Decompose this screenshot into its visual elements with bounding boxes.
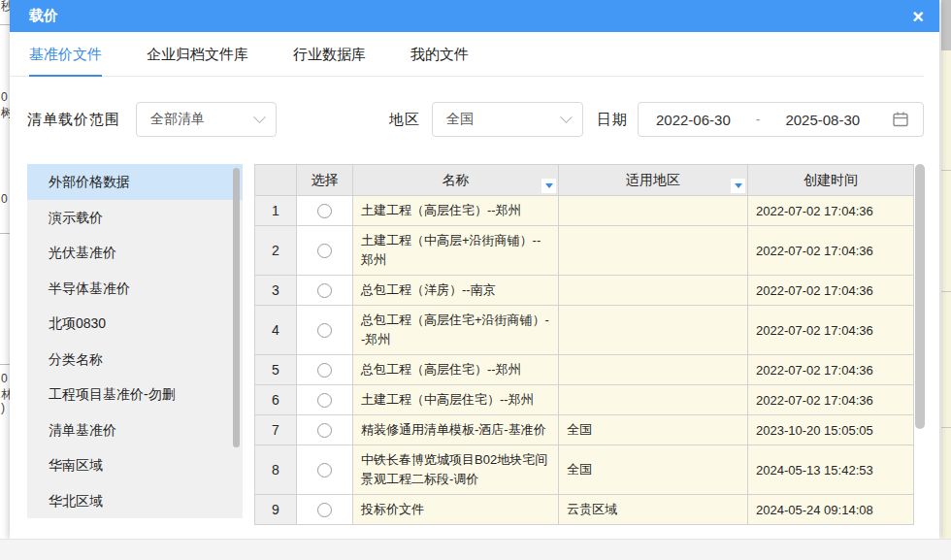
row-name: 土建工程（高层住宅）--郑州 bbox=[353, 196, 559, 226]
column-header-name: 名称 bbox=[353, 165, 559, 196]
table-row[interactable]: 5总包工程（高层住宅）--郑州2022-07-02 17:04:36 bbox=[255, 355, 914, 385]
background-sheet-strip bbox=[941, 50, 951, 541]
tab-industry-database[interactable]: 行业数据库 bbox=[293, 46, 366, 77]
background-text-fragment: 秒 bbox=[1, 0, 10, 15]
date-start-value[interactable]: 2022-06-30 bbox=[656, 112, 731, 128]
sidebar-item[interactable]: 光伏基准价 bbox=[27, 235, 243, 271]
date-range-picker[interactable]: 2022-06-30 - 2025-08-30 bbox=[638, 102, 924, 137]
category-list: 外部价格数据演示载价光伏基准价半导体基准价北项0830分类名称工程项目基准价-勿… bbox=[27, 164, 243, 518]
date-label: 日期 bbox=[597, 111, 628, 129]
row-region: 全国 bbox=[559, 445, 748, 495]
row-region: 云贵区域 bbox=[559, 495, 748, 525]
table-row[interactable]: 6土建工程（中高层住宅）--郑州2022-07-02 17:04:36 bbox=[255, 385, 914, 415]
scope-select-value: 全部清单 bbox=[150, 111, 205, 128]
row-created-time: 2022-07-02 17:04:36 bbox=[748, 196, 914, 226]
row-select-cell bbox=[297, 276, 353, 306]
region-label: 地区 bbox=[389, 111, 420, 129]
row-region bbox=[559, 385, 748, 415]
sidebar-item[interactable]: 北项0830 bbox=[27, 306, 243, 342]
row-select-cell bbox=[297, 415, 353, 445]
chevron-down-icon bbox=[560, 111, 573, 123]
background-gridline bbox=[941, 427, 951, 428]
row-region bbox=[559, 355, 748, 385]
sidebar-scrollbar-thumb[interactable] bbox=[233, 168, 240, 447]
row-select-cell bbox=[297, 495, 353, 525]
table-row[interactable]: 2土建工程（中高层+沿街商铺）--郑州2022-07-02 17:04:36 bbox=[255, 226, 914, 276]
sidebar-item[interactable]: 半导体基准价 bbox=[27, 271, 243, 307]
close-icon[interactable]: × bbox=[912, 7, 924, 26]
row-select-cell bbox=[297, 306, 353, 355]
table-row[interactable]: 4总包工程（高层住宅+沿街商铺）--郑州2022-07-02 17:04:36 bbox=[255, 306, 914, 355]
table-scrollbar-thumb[interactable] bbox=[915, 164, 925, 429]
tab-my-files[interactable]: 我的文件 bbox=[410, 46, 469, 77]
column-header-select: 选择 bbox=[297, 165, 353, 196]
row-index: 7 bbox=[255, 415, 297, 445]
background-gridline bbox=[941, 291, 951, 292]
background-text-fragment: 0 bbox=[1, 192, 8, 206]
table-row[interactable]: 1土建工程（高层住宅）--郑州2022-07-02 17:04:36 bbox=[255, 196, 914, 226]
tab-base-price-files[interactable]: 基准价文件 bbox=[29, 46, 102, 77]
filter-icon[interactable] bbox=[541, 179, 556, 193]
tab-enterprise-archive[interactable]: 企业归档文件库 bbox=[147, 46, 248, 77]
radio-button[interactable] bbox=[317, 393, 332, 408]
radio-button[interactable] bbox=[317, 244, 332, 258]
date-end-value[interactable]: 2025-08-30 bbox=[785, 112, 860, 128]
chevron-down-icon bbox=[253, 111, 266, 123]
row-select-cell bbox=[297, 196, 353, 226]
scope-label: 清单载价范围 bbox=[27, 111, 120, 129]
price-table-body: 1土建工程（高层住宅）--郑州2022-07-02 17:04:362土建工程（… bbox=[255, 196, 914, 525]
background-text-fragment: 树 bbox=[1, 105, 10, 121]
radio-button[interactable] bbox=[317, 423, 332, 438]
sidebar-item[interactable]: 华南区域 bbox=[27, 447, 243, 483]
sidebar-item[interactable]: 演示载价 bbox=[27, 200, 243, 236]
row-name: 土建工程（中高层+沿街商铺）--郑州 bbox=[353, 226, 559, 276]
table-scrollbar[interactable] bbox=[914, 164, 926, 521]
row-created-time: 2024-05-24 09:14:08 bbox=[748, 495, 914, 525]
radio-button[interactable] bbox=[317, 503, 332, 517]
filter-triangle bbox=[735, 183, 742, 188]
row-created-time: 2024-05-13 15:42:53 bbox=[748, 445, 914, 495]
row-name: 土建工程（中高层住宅）--郑州 bbox=[353, 385, 559, 415]
column-header-name-label: 名称 bbox=[443, 172, 470, 187]
row-index: 6 bbox=[255, 385, 297, 415]
table-row[interactable]: 9投标价文件云贵区域2024-05-24 09:14:08 bbox=[255, 495, 914, 525]
dialog-content: 外部价格数据演示载价光伏基准价半导体基准价北项0830分类名称工程项目基准价-勿… bbox=[10, 164, 939, 525]
radio-button[interactable] bbox=[317, 463, 332, 478]
table-row[interactable]: 8中铁长春博览城项目B02地块宅间景观工程二标段-调价全国2024-05-13 … bbox=[255, 445, 914, 495]
sidebar-item[interactable]: 外部价格数据 bbox=[27, 164, 243, 200]
background-gray-block bbox=[941, 0, 951, 50]
row-index: 3 bbox=[255, 276, 297, 306]
filter-triangle bbox=[545, 183, 553, 188]
sidebar-item[interactable]: 分类名称 bbox=[27, 342, 243, 378]
tab-bar: 基准价文件 企业归档文件库 行业数据库 我的文件 bbox=[10, 32, 924, 77]
column-header-region-label: 适用地区 bbox=[626, 172, 680, 187]
dialog-header: 载价 × bbox=[10, 0, 939, 32]
row-name: 总包工程（洋房）--南京 bbox=[353, 276, 559, 306]
scope-select[interactable]: 全部清单 bbox=[136, 102, 277, 137]
sidebar-item[interactable]: 工程项目基准价-勿删 bbox=[27, 377, 243, 412]
date-separator: - bbox=[756, 112, 761, 127]
row-index: 2 bbox=[255, 226, 297, 276]
background-gridline bbox=[0, 364, 10, 365]
radio-button[interactable] bbox=[317, 204, 332, 218]
row-created-time: 2022-07-02 17:04:36 bbox=[748, 276, 914, 306]
sidebar-item[interactable]: 清单基准价 bbox=[27, 412, 243, 448]
row-region bbox=[559, 306, 748, 355]
radio-button[interactable] bbox=[317, 283, 332, 298]
radio-button[interactable] bbox=[317, 363, 332, 378]
background-right-strip bbox=[939, 0, 951, 560]
row-created-time: 2022-07-02 17:04:36 bbox=[748, 355, 914, 385]
radio-button[interactable] bbox=[317, 323, 332, 338]
row-index: 9 bbox=[255, 495, 297, 525]
price-table-area: 选择 名称 适用地区 创建时间 1土建工程（高层住宅）--郑州2022-07-0… bbox=[254, 164, 929, 525]
row-region: 全国 bbox=[559, 415, 748, 445]
region-select-value: 全国 bbox=[446, 111, 474, 128]
row-select-cell bbox=[297, 385, 353, 415]
column-header-created: 创建时间 bbox=[748, 165, 914, 196]
filter-icon[interactable] bbox=[731, 179, 745, 193]
sidebar-item[interactable]: 华北区域 bbox=[27, 483, 243, 519]
table-row[interactable]: 3总包工程（洋房）--南京2022-07-02 17:04:36 bbox=[255, 276, 914, 306]
table-row[interactable]: 7精装修通用清单模板-酒店-基准价全国2023-10-20 15:05:05 bbox=[255, 415, 914, 445]
dialog-title: 载价 bbox=[29, 7, 58, 25]
region-select[interactable]: 全国 bbox=[432, 102, 583, 137]
